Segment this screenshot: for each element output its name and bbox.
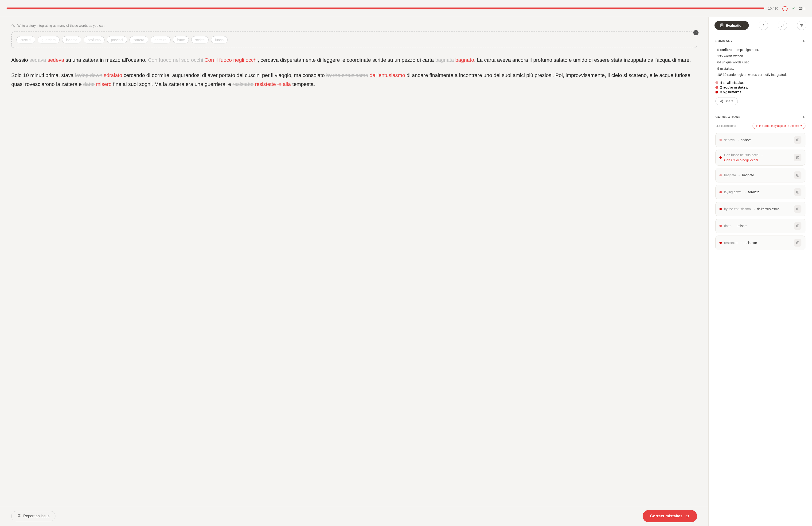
correction-left-3: laying down → sdraiato <box>720 190 759 194</box>
correction-left-0: sedava → sedeva <box>720 138 751 142</box>
summary-section: SUMMARY ▲ Excellent prompt alignment. 13… <box>709 34 812 110</box>
lookup-button-3[interactable] <box>794 188 801 196</box>
arrow-5: → <box>733 224 736 228</box>
medium-mistakes-label: 2 regular mistakes. <box>720 86 748 89</box>
list-corrections-bar: List corrections In the order they appea… <box>715 123 806 129</box>
corrections-header: CORRECTIONS ▲ <box>715 115 806 119</box>
correct-btn-label: Correct mistakes <box>650 514 683 519</box>
chip-guerriera: guerriera <box>38 36 60 43</box>
arrow-0: → <box>736 138 739 142</box>
lookup-button-0[interactable] <box>794 136 801 144</box>
report-issue-button[interactable]: Report an issue <box>11 511 56 521</box>
lookup-icon-2 <box>796 174 799 177</box>
share-icon <box>720 100 723 103</box>
correction-card-4: by the entusiasmo → dall'entusiasmo <box>715 202 806 216</box>
new-word-2: bagnato <box>742 173 754 177</box>
summary-collapse-button[interactable]: ▲ <box>802 39 806 43</box>
lookup-icon-6 <box>796 241 799 244</box>
back-button[interactable] <box>759 21 768 30</box>
correction-card-6: resistatto → resistette <box>715 236 806 250</box>
chip-cuscini: cuscini <box>16 36 35 43</box>
arrow-left-icon <box>762 24 765 27</box>
chat-button[interactable] <box>778 21 787 30</box>
new-word-6: resistette <box>744 241 757 245</box>
correction-left-5: datto → misero <box>720 224 748 228</box>
right-header: Evaluation <box>709 17 812 34</box>
wrong-by-the-entusiasmo: by the entusiasmo <box>326 72 368 78</box>
lookup-icon-4 <box>796 207 799 211</box>
medium-mistakes-item: 2 regular mistakes. <box>715 86 806 89</box>
timer-label: 23m <box>799 6 806 10</box>
new-word-4: dall'entusiasmo <box>757 207 780 211</box>
correct-resistette: resistette <box>255 81 276 87</box>
share-button[interactable]: Share <box>715 97 738 105</box>
top-bar: 10 / 10 ✓ 23m <box>0 0 812 17</box>
corrections-filter-dropdown[interactable]: In the order they appear in the text ▾ <box>753 123 806 129</box>
mistakes-row: 4 small mistakes. 2 regular mistakes. 3 … <box>715 81 806 94</box>
main-layout: Write a story integrating as many of the… <box>0 17 812 526</box>
card-6-dot <box>720 242 722 244</box>
old-word-0: sedava <box>724 138 735 142</box>
small-mistake-dot <box>715 81 718 84</box>
correct-sdraiato: sdraiato <box>104 72 122 78</box>
flag-icon <box>17 514 21 518</box>
summary-header: SUMMARY ▲ <box>715 39 806 43</box>
document-icon <box>720 23 724 28</box>
lookup-icon-5 <box>796 224 799 227</box>
correct-alla: alla <box>283 81 291 87</box>
wrong-con-fuoco: Con fuoco nel suo occhi <box>148 57 203 63</box>
arrow-2: → <box>738 173 741 177</box>
summary-bold-0: Excellent <box>717 48 731 52</box>
wrong-laying-down: laying down <box>75 72 102 78</box>
correction-text-2: bagnata → bagnato <box>724 173 754 177</box>
progress-bar-container <box>6 7 764 10</box>
correct-misero: misero <box>96 81 112 87</box>
lookup-button-1[interactable] <box>794 154 801 161</box>
correct-bagnato: bagnato <box>455 57 474 63</box>
paragraph-2: Solo 10 minuti prima, stava laying down … <box>11 71 697 89</box>
correction-card-1: Con fuoco nel suo occhi → Con il fuoco n… <box>715 150 806 166</box>
arrow-6: → <box>739 241 742 245</box>
correction-left-4: by the entusiasmo → dall'entusiasmo <box>720 207 780 211</box>
arrow-4: → <box>752 207 756 211</box>
wrong-sedava: sedava <box>29 57 46 63</box>
correct-mistakes-button[interactable]: Correct mistakes <box>642 510 697 522</box>
card-3-dot <box>720 191 722 193</box>
wrong-la: la <box>277 81 281 87</box>
right-panel: Evaluation SUM <box>709 17 812 526</box>
corrections-collapse-button[interactable]: ▲ <box>802 115 806 119</box>
chip-zattera: zattera <box>129 36 148 43</box>
left-panel: Write a story integrating as many of the… <box>0 17 708 526</box>
lookup-button-4[interactable] <box>794 205 801 213</box>
chip-fuoco: fuoco <box>211 36 228 43</box>
arrow-1: → <box>760 153 764 157</box>
old-word-1: Con fuoco nel suo occhi <box>724 153 759 157</box>
new-word-3: sdraiato <box>748 190 759 194</box>
old-word-3: laying down <box>724 190 741 194</box>
close-icon[interactable]: ✕ <box>693 30 698 35</box>
lookup-button-6[interactable] <box>794 239 801 246</box>
lookup-button-5[interactable] <box>794 222 801 230</box>
check-icon: ✓ <box>792 6 795 11</box>
correction-text-1: Con fuoco nel suo occhi → Con il fuoco n… <box>724 153 794 162</box>
right-content: SUMMARY ▲ Excellent prompt alignment. 13… <box>709 34 812 526</box>
chevron-down-icon: ▾ <box>800 124 802 127</box>
correction-card-3: laying down → sdraiato <box>715 185 806 199</box>
correct-con-il-fuoco: Con il fuoco negli occhi <box>204 57 258 63</box>
left-content: Write a story integrating as many of the… <box>0 17 708 506</box>
summary-item-4: 10/ 10 random given words correctly inte… <box>715 72 806 78</box>
wrong-datto: datto <box>83 81 95 87</box>
chip-lacrima: lacrima <box>62 36 81 43</box>
new-word-1: Con il fuoco negli occhi <box>724 158 758 162</box>
progress-bar-fill <box>6 7 764 10</box>
correction-text-4: by the entusiasmo → dall'entusiasmo <box>724 207 780 211</box>
summary-item-3: 9 mistakes. <box>715 65 806 72</box>
settings-button[interactable] <box>797 21 806 30</box>
return-icon <box>685 514 690 519</box>
new-word-5: misero <box>738 224 748 228</box>
correction-text-6: resistatto → resistette <box>724 241 757 245</box>
evaluation-button[interactable]: Evaluation <box>714 21 749 30</box>
lookup-icon-3 <box>796 191 799 194</box>
correction-card-5: datto → misero <box>715 219 806 233</box>
lookup-button-2[interactable] <box>794 171 801 179</box>
